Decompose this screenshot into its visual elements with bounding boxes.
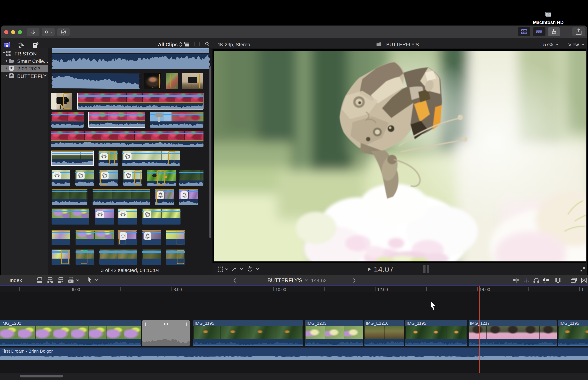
svg-text:T: T bbox=[34, 44, 36, 47]
